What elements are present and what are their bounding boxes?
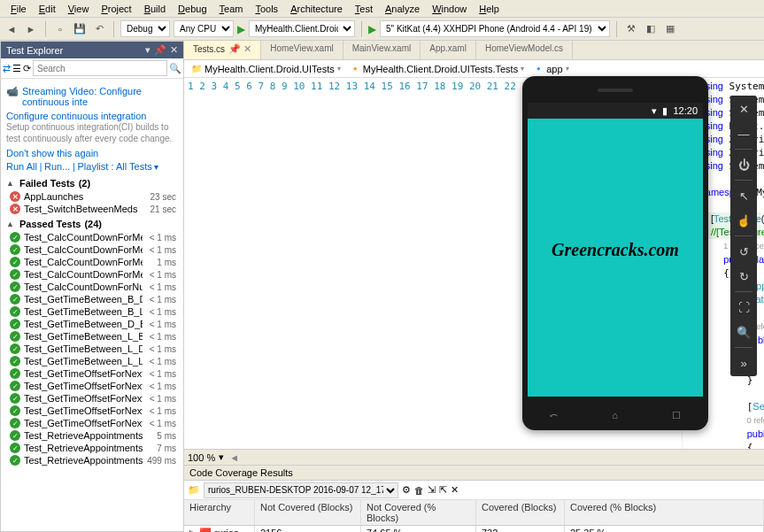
menu-architecture[interactable]: Architecture	[285, 2, 348, 15]
coverage-run-select[interactable]: rurios_RUBEN-DESKTOP 2016-09-07 12_17_	[204, 482, 398, 498]
test-item[interactable]: ✓Test_GetTimeBetween_L_B< 1 ms	[6, 330, 178, 343]
emulator-screen[interactable]: ▾ ▮ 12:20 Greencracks.com	[528, 103, 703, 397]
close-icon[interactable]: ✕	[170, 44, 178, 56]
test-item[interactable]: ✓Test_CalcCountDownForMedN...< 1 ms	[6, 268, 178, 281]
cov-close-icon[interactable]: ✕	[451, 484, 459, 496]
menu-view[interactable]: View	[63, 2, 95, 15]
filter-icon[interactable]: ☰	[12, 63, 21, 74]
home-nav-icon[interactable]: ⌂	[612, 410, 618, 421]
recent-nav-icon[interactable]: ☐	[672, 410, 681, 421]
test-item[interactable]: ✓Test_GetTimeOffsetForNextPill...< 1 ms	[6, 392, 178, 405]
test-item[interactable]: ✓Test_GetTimeBetween_L_L< 1 ms	[6, 355, 178, 367]
run-all-link[interactable]: Run All	[6, 161, 37, 172]
cov-import-icon[interactable]: 📁	[188, 484, 200, 496]
emu-zoom-icon[interactable]: 🔍	[734, 322, 753, 342]
emu-fit-icon[interactable]: ⛶	[734, 297, 753, 317]
test-item[interactable]: ✓Test_RetrieveAppointments_Whe...5 ms	[6, 429, 178, 442]
menu-team[interactable]: Team	[214, 2, 249, 15]
emu-pointer-icon[interactable]: ↖	[734, 186, 753, 205]
wifi-icon: ▾	[652, 105, 657, 117]
platform-select[interactable]: Any CPU	[174, 20, 234, 37]
tab-mainview-xaml[interactable]: MainView.xaml	[343, 41, 421, 59]
test-item[interactable]: ✓Test_GetTimeBetween_B_L< 1 ms	[6, 305, 178, 318]
device-select[interactable]: 5" KitKat (4.4) XXHDPI Phone (Android 4.…	[380, 20, 610, 37]
test-item[interactable]: ✓Test_RetrieveAppointments_Whe...7 ms	[6, 442, 178, 454]
test-item[interactable]: ✓Test_GetTimeBetween_L_D< 1 ms	[6, 343, 178, 355]
forward-icon[interactable]: ►	[23, 21, 39, 37]
menu-build[interactable]: Build	[139, 2, 171, 15]
emu-minimize-icon[interactable]: —	[734, 124, 753, 143]
back-nav-icon[interactable]: ⤺	[550, 410, 558, 421]
undo-icon[interactable]: ↶	[91, 21, 107, 37]
emu-touch-icon[interactable]: ☝	[734, 211, 753, 230]
crumb-member[interactable]: 🔹 app▾	[529, 64, 572, 74]
test-item[interactable]: ✓Test_GetTimeOffsetForNextPill...< 1 ms	[6, 367, 178, 380]
emulator-time: 12:20	[673, 105, 698, 116]
dont-show-link[interactable]: Don't show this again	[6, 144, 178, 158]
menu-tools[interactable]: Tools	[250, 2, 283, 15]
emu-more-icon[interactable]: »	[734, 353, 753, 373]
test-item[interactable]: ✕Test_SwitchBetweenMeds21 sec	[6, 203, 178, 215]
emu-power-icon[interactable]: ⏻	[734, 155, 753, 174]
crumb-namespace[interactable]: 🔸 MyHealth.Client.Droid.UITests.Tests▾	[346, 64, 528, 74]
config-select[interactable]: Debug	[120, 20, 170, 37]
menu-project[interactable]: Project	[96, 2, 136, 15]
start-device-icon[interactable]: ▶	[368, 23, 376, 35]
pin-icon[interactable]: ▾	[145, 44, 150, 56]
configure-ci-link[interactable]: Configure continuous integration	[6, 111, 178, 121]
start-icon[interactable]: ▶	[237, 23, 245, 35]
streaming-banner[interactable]: 📹 Streaming Video: Configure continuous …	[6, 82, 178, 111]
test-item[interactable]: ✕AppLaunches23 sec	[6, 190, 178, 203]
search-icon[interactable]: 🔍	[169, 63, 181, 74]
crumb-project[interactable]: 📁 MyHealth.Client.Droid.UITests▾	[188, 64, 344, 74]
menu-edit[interactable]: Edit	[34, 2, 61, 15]
menu-file[interactable]: File	[5, 2, 32, 15]
refresh-icon[interactable]: ⟳	[23, 63, 31, 74]
passed-tests-group[interactable]: ▲Passed Tests (24)	[6, 215, 178, 231]
emu-rotate-left-icon[interactable]: ↺	[734, 242, 753, 261]
tab-homeviewmodel-cs[interactable]: HomeViewModel.cs	[476, 41, 573, 59]
tool2-icon[interactable]: ◧	[643, 21, 659, 37]
test-item[interactable]: ✓Test_RetrieveAppointments_Whe...499 ms	[6, 454, 178, 466]
cov-import2-icon[interactable]: ⇱	[439, 484, 447, 496]
search-input[interactable]	[33, 60, 167, 76]
tab-app-xaml[interactable]: App.xaml	[421, 41, 476, 59]
test-item[interactable]: ✓Test_GetTimeBetween_B_D< 1 ms	[6, 293, 178, 305]
cov-export-icon[interactable]: ⇲	[428, 484, 436, 496]
cov-del-icon[interactable]: 🗑	[414, 485, 424, 496]
pin2-icon[interactable]: 📌	[154, 44, 166, 56]
save-icon[interactable]: 💾	[72, 21, 88, 37]
playlist-link[interactable]: Playlist : All Tests	[78, 161, 152, 172]
menu-window[interactable]: Window	[427, 2, 472, 15]
test-item[interactable]: ✓Test_CalcCountDownForMed_Pref...1 ms	[6, 256, 178, 268]
breadcrumb: 📁 MyHealth.Client.Droid.UITests▾ 🔸 MyHea…	[184, 60, 764, 78]
main-menu: FileEditViewProjectBuildDebugTeamToolsAr…	[0, 0, 764, 18]
failed-tests-group[interactable]: ▲Failed Tests (2)	[6, 174, 178, 190]
tool-icon[interactable]: ⚒	[623, 21, 639, 37]
tool3-icon[interactable]: ▦	[662, 21, 678, 37]
emu-close-icon[interactable]: ✕	[734, 99, 753, 119]
tab-tests-cs[interactable]: Tests.cs📌 ✕	[184, 41, 261, 59]
group-tests-icon[interactable]: ⇄	[3, 63, 11, 74]
stream-icon: 📹	[6, 86, 19, 97]
emu-rotate-right-icon[interactable]: ↻	[734, 266, 753, 286]
tab-homeview-xaml[interactable]: HomeView.xaml	[261, 41, 343, 59]
zoom-level[interactable]: 100 %	[188, 452, 215, 463]
test-item[interactable]: ✓Test_GetTimeBetween_D_B< 1 ms	[6, 318, 178, 330]
test-item[interactable]: ✓Test_CalcCountDownForMed_P...< 1 ms	[6, 243, 178, 256]
menu-debug[interactable]: Debug	[173, 2, 212, 15]
test-item[interactable]: ✓Test_CalcCountDownForMed_P...< 1 ms	[6, 231, 178, 243]
test-item[interactable]: ✓Test_GetTimeOffsetForNextPill...< 1 ms	[6, 380, 178, 392]
test-explorer-toolbar: ⇄ ☰ ⟳ 🔍	[1, 58, 183, 79]
start-target-select[interactable]: MyHealth.Client.Droid	[249, 20, 355, 37]
test-item[interactable]: ✓Test_GetTimeOffsetForNextPill...< 1 ms	[6, 405, 178, 417]
test-item[interactable]: ✓Test_CalcCountDownForNullMed< 1 ms	[6, 281, 178, 293]
menu-analyze[interactable]: Analyze	[380, 2, 425, 15]
test-item[interactable]: ✓Test_GetTimeOffsetForNextPill...< 1 ms	[6, 417, 178, 429]
new-icon[interactable]: ▫	[52, 21, 68, 37]
menu-help[interactable]: Help	[474, 2, 505, 15]
run-link[interactable]: Run...	[44, 161, 70, 172]
menu-test[interactable]: Test	[350, 2, 378, 15]
cov-cfg-icon[interactable]: ⚙	[402, 484, 411, 496]
back-icon[interactable]: ◄	[4, 21, 19, 37]
